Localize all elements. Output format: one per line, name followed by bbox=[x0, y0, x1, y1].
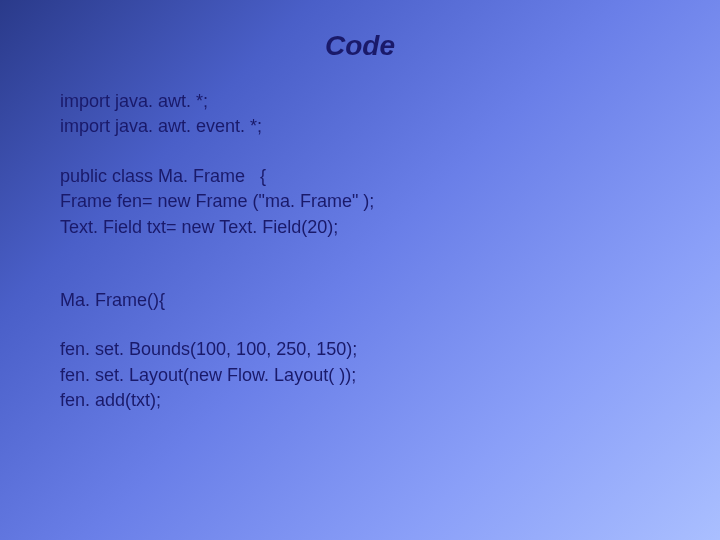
spacer bbox=[60, 265, 660, 289]
code-line: Text. Field txt= new Text. Field(20); bbox=[60, 216, 660, 239]
code-line: fen. set. Layout(new Flow. Layout( )); bbox=[60, 364, 660, 387]
spacer bbox=[60, 141, 660, 165]
slide-container: Code import java. awt. *; import java. a… bbox=[0, 0, 720, 540]
code-line: import java. awt. *; bbox=[60, 90, 660, 113]
spacer bbox=[60, 314, 660, 338]
code-line: Frame fen= new Frame ("ma. Frame" ); bbox=[60, 190, 660, 213]
spacer bbox=[60, 241, 660, 265]
code-block: import java. awt. *; import java. awt. e… bbox=[60, 90, 660, 413]
code-line: import java. awt. event. *; bbox=[60, 115, 660, 138]
code-line: public class Ma. Frame { bbox=[60, 165, 660, 188]
slide-title: Code bbox=[60, 30, 660, 62]
code-line: Ma. Frame(){ bbox=[60, 289, 660, 312]
code-line: fen. add(txt); bbox=[60, 389, 660, 412]
code-line: fen. set. Bounds(100, 100, 250, 150); bbox=[60, 338, 660, 361]
